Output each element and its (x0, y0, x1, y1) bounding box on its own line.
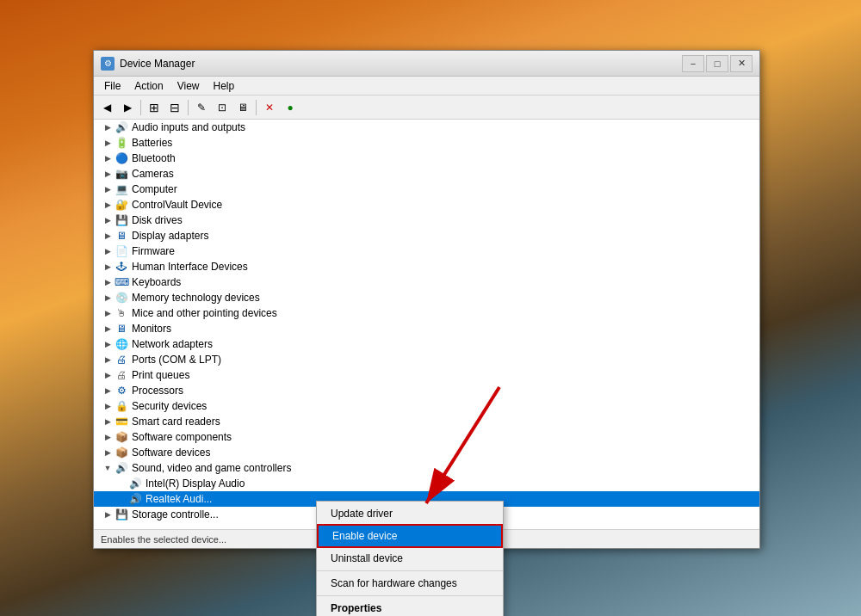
label-keyboards: Keyboards (132, 276, 181, 288)
icon-display: 🖥 (115, 229, 128, 243)
ctx-update-driver[interactable]: Update driver (317, 503, 503, 524)
toolbar-expand[interactable]: ⊞ (145, 98, 164, 117)
tree-item-computer[interactable]: ▶ 💻 Computer (94, 182, 759, 197)
label-memory: Memory technology devices (132, 292, 260, 304)
label-realtek-audio: Realtek Audi... (146, 493, 212, 505)
ctx-uninstall-device[interactable]: Uninstall device (317, 548, 503, 569)
ctx-properties[interactable]: Properties (317, 598, 503, 616)
toggle-softwaredevices[interactable]: ▶ (101, 446, 115, 459)
toolbar-back[interactable]: ◀ (97, 98, 116, 117)
toggle-memory[interactable]: ▶ (101, 291, 115, 305)
tree-item-softwaredevices[interactable]: ▶ 📦 Software devices (94, 445, 759, 460)
toggle-monitors[interactable]: ▶ (101, 322, 115, 336)
menu-view[interactable]: View (170, 78, 207, 94)
ctx-sep-1 (317, 570, 503, 571)
label-display: Display adapters (132, 230, 208, 242)
tree-item-security[interactable]: ▶ 🔒 Security devices (94, 398, 759, 414)
toggle-batteries[interactable]: ▶ (101, 136, 115, 150)
toggle-realtek-audio (115, 492, 128, 506)
icon-softwarecomponents: 📦 (115, 430, 128, 444)
toggle-firmware[interactable]: ▶ (101, 244, 115, 258)
toggle-softwarecomponents[interactable]: ▶ (101, 430, 115, 444)
icon-security: 🔒 (115, 399, 128, 413)
tree-item-display[interactable]: ▶ 🖥 Display adapters (94, 228, 759, 243)
icon-batteries: 🔋 (115, 136, 128, 150)
tree-item-keyboards[interactable]: ▶ ⌨ Keyboards (94, 274, 759, 290)
icon-printqueues: 🖨 (115, 368, 128, 382)
tree-item-smartcard[interactable]: ▶ 💳 Smart card readers (94, 414, 759, 429)
toggle-network[interactable]: ▶ (101, 337, 115, 351)
toggle-hid[interactable]: ▶ (101, 260, 115, 274)
toggle-computer[interactable]: ▶ (101, 182, 115, 196)
label-softwaredevices: Software devices (132, 447, 210, 459)
toolbar-update[interactable]: ⊡ (213, 98, 232, 117)
tree-item-intel-display-audio[interactable]: 🔊 Intel(R) Display Audio (94, 476, 759, 491)
menu-bar: File Action View Help (94, 77, 759, 95)
tree-item-audio[interactable]: ▶ 🔊 Audio inputs and outputs (94, 120, 759, 135)
tree-item-controlvault[interactable]: ▶ 🔐 ControlVault Device (94, 197, 759, 213)
toolbar-properties[interactable]: ✎ (192, 98, 211, 117)
toggle-sound[interactable]: ▼ (101, 461, 115, 475)
toolbar-forward[interactable]: ▶ (118, 98, 137, 117)
toggle-diskdrives[interactable]: ▶ (101, 213, 115, 227)
icon-firmware: 📄 (115, 244, 128, 258)
tree-item-hid[interactable]: ▶ 🕹 Human Interface Devices (94, 259, 759, 274)
icon-ports: 🖨 (115, 353, 128, 367)
label-softwarecomponents: Software components (132, 431, 232, 443)
toggle-controlvault[interactable]: ▶ (101, 198, 115, 212)
tree-item-batteries[interactable]: ▶ 🔋 Batteries (94, 135, 759, 151)
window-controls: − □ ✕ (682, 55, 753, 72)
window-icon: ⚙ (101, 57, 115, 71)
menu-file[interactable]: File (97, 78, 127, 94)
toggle-printqueues[interactable]: ▶ (101, 368, 115, 382)
tree-item-firmware[interactable]: ▶ 📄 Firmware (94, 243, 759, 259)
toggle-smartcard[interactable]: ▶ (101, 415, 115, 428)
toggle-storage[interactable]: ▶ (101, 508, 115, 521)
tree-item-cameras[interactable]: ▶ 📷 Cameras (94, 166, 759, 182)
toggle-audio[interactable]: ▶ (101, 120, 115, 134)
icon-hid: 🕹 (115, 260, 128, 274)
icon-softwaredevices: 📦 (115, 446, 128, 459)
label-cameras: Cameras (132, 168, 174, 180)
toolbar-remove[interactable]: ✕ (260, 98, 279, 117)
tree-item-bluetooth[interactable]: ▶ 🔵 Bluetooth (94, 151, 759, 166)
tree-item-softwarecomponents[interactable]: ▶ 📦 Software components (94, 429, 759, 445)
toggle-cameras[interactable]: ▶ (101, 167, 115, 181)
minimize-button[interactable]: − (682, 55, 704, 72)
icon-processors: ⚙ (115, 384, 128, 397)
icon-diskdrives: 💾 (115, 213, 128, 227)
toggle-security[interactable]: ▶ (101, 399, 115, 413)
tree-item-network[interactable]: ▶ 🌐 Network adapters (94, 336, 759, 352)
maximize-button[interactable]: □ (706, 55, 728, 72)
menu-help[interactable]: Help (207, 78, 242, 94)
tree-item-monitors[interactable]: ▶ 🖥 Monitors (94, 321, 759, 336)
icon-sound: 🔊 (115, 461, 128, 475)
label-audio: Audio inputs and outputs (132, 121, 245, 133)
toggle-processors[interactable]: ▶ (101, 384, 115, 397)
toolbar-separator-2 (188, 100, 189, 115)
tree-item-memory[interactable]: ▶ 💿 Memory technology devices (94, 290, 759, 305)
toggle-keyboards[interactable]: ▶ (101, 275, 115, 289)
device-tree[interactable]: ▶ 🔊 Audio inputs and outputs ▶ 🔋 Batteri… (94, 120, 759, 529)
toggle-intel-display-audio (115, 477, 128, 490)
close-button[interactable]: ✕ (730, 55, 753, 72)
tree-item-printqueues[interactable]: ▶ 🖨 Print queues (94, 367, 759, 383)
tree-item-ports[interactable]: ▶ 🖨 Ports (COM & LPT) (94, 352, 759, 367)
ctx-scan-hardware[interactable]: Scan for hardware changes (317, 573, 503, 594)
menu-action[interactable]: Action (127, 78, 170, 94)
toolbar-collapse[interactable]: ⊟ (165, 98, 184, 117)
icon-computer: 💻 (115, 182, 128, 196)
label-intel-display-audio: Intel(R) Display Audio (146, 477, 245, 490)
toggle-display[interactable]: ▶ (101, 229, 115, 243)
toolbar-separator-3 (256, 100, 257, 115)
toggle-bluetooth[interactable]: ▶ (101, 151, 115, 165)
toolbar-add[interactable]: ● (281, 98, 300, 117)
tree-item-diskdrives[interactable]: ▶ 💾 Disk drives (94, 213, 759, 228)
ctx-enable-device[interactable]: Enable device (317, 524, 503, 548)
tree-item-processors[interactable]: ▶ ⚙ Processors (94, 383, 759, 398)
toggle-ports[interactable]: ▶ (101, 353, 115, 367)
tree-item-mice[interactable]: ▶ 🖱 Mice and other pointing devices (94, 305, 759, 321)
toggle-mice[interactable]: ▶ (101, 306, 115, 320)
tree-item-sound[interactable]: ▼ 🔊 Sound, video and game controllers (94, 460, 759, 476)
toolbar-computer[interactable]: 🖥 (233, 98, 252, 117)
